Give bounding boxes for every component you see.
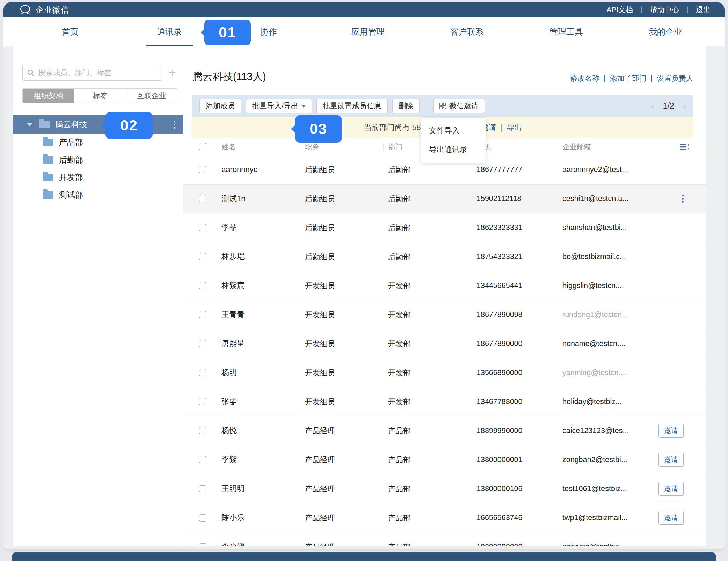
table-row[interactable]: 王明明 产品经理 产品部 13800000106 test1061@testbi… bbox=[183, 474, 706, 503]
tree-item[interactable]: 测试部 bbox=[13, 186, 183, 203]
table-row[interactable]: 李少卿 产品经理 产品部 18899990000 noname@testbiz.… bbox=[183, 532, 706, 546]
folder-icon bbox=[39, 121, 50, 128]
toolbar-button[interactable]: 批量设置成员信息 bbox=[316, 99, 388, 113]
dropdown-item[interactable]: 导出通讯录 bbox=[421, 140, 486, 159]
search-box[interactable] bbox=[22, 65, 162, 81]
row-checkbox[interactable] bbox=[199, 485, 206, 492]
column-header-name: 姓名 bbox=[221, 142, 305, 152]
nav-tab-label: 客户联系 bbox=[450, 26, 484, 37]
table-row[interactable]: 测试1n 后勤组员 后勤部 15902112118 ceshi1n@testcn… bbox=[183, 184, 706, 213]
table-row[interactable]: 杨悦 产品经理 产品部 18899990000 caice123123@tes.… bbox=[183, 416, 706, 445]
row-checkbox[interactable] bbox=[199, 340, 206, 347]
search-input[interactable] bbox=[38, 69, 158, 77]
table-row[interactable]: 唐熙呈 开发组员 开发部 18677890000 noname@testcn..… bbox=[183, 329, 706, 358]
cell-phone: 18677777777 bbox=[476, 165, 562, 174]
sidebar-tab[interactable]: 组织架构 bbox=[23, 89, 74, 103]
row-more-icon[interactable] bbox=[682, 198, 684, 200]
table-row[interactable]: 林紫宸 开发组员 开发部 13445665441 higgslin@testcn… bbox=[183, 271, 706, 300]
sidebar-divider bbox=[13, 110, 183, 110]
wecom-logo-icon bbox=[20, 4, 31, 15]
table-row[interactable]: 陈小乐 产品经理 产品部 16656563746 twp1@testbizmai… bbox=[183, 503, 706, 532]
nav-tab-label: 管理工具 bbox=[549, 26, 583, 37]
table-row[interactable]: 王青青 开发组员 开发部 18677890098 rundong1@testcn… bbox=[183, 300, 706, 329]
row-checkbox[interactable] bbox=[199, 456, 206, 463]
row-checkbox[interactable] bbox=[199, 195, 206, 202]
row-checkbox[interactable] bbox=[199, 224, 206, 231]
row-checkbox[interactable] bbox=[199, 427, 206, 434]
cell-action: 邀请 bbox=[658, 453, 693, 467]
tree-item-root[interactable]: 腾云科技 bbox=[13, 115, 183, 134]
member-table: aaronnnye 后勤组员 后勤部 18677777777 aaronnnye… bbox=[183, 155, 706, 546]
tree-item[interactable]: 后勤部 bbox=[13, 151, 183, 168]
cell-phone: 18754323321 bbox=[476, 252, 562, 261]
toolbar-button[interactable]: 添加成员 bbox=[199, 99, 241, 113]
topbar-link[interactable]: 退出 bbox=[687, 5, 711, 15]
row-checkbox[interactable] bbox=[199, 166, 206, 173]
row-checkbox[interactable] bbox=[199, 543, 206, 547]
cell-role: 产品经理 bbox=[305, 455, 388, 465]
cell-dept: 后勤部 bbox=[388, 252, 476, 262]
cell-role: 后勤组员 bbox=[305, 223, 388, 233]
select-all-checkbox[interactable] bbox=[199, 143, 206, 150]
table-row[interactable]: 张雯 开发组员 开发部 13467788000 holiday@testbiz.… bbox=[183, 387, 706, 416]
bottom-accent-bar bbox=[12, 552, 716, 561]
row-checkbox[interactable] bbox=[199, 514, 206, 522]
topbar-link[interactable]: 帮助中心 bbox=[641, 5, 687, 15]
add-department-button[interactable]: + bbox=[167, 66, 177, 79]
qr-code-icon bbox=[439, 103, 446, 109]
cell-name: 林步垲 bbox=[221, 251, 305, 262]
nav-tab[interactable]: 管理工具 bbox=[517, 17, 616, 46]
sidebar-tab[interactable]: 互联企业 bbox=[126, 89, 177, 103]
nav-tab[interactable]: 我的企业 bbox=[616, 17, 715, 46]
cell-phone: 13800000001 bbox=[476, 455, 562, 464]
sidebar-tab[interactable]: 标签 bbox=[74, 89, 125, 103]
title-action-link[interactable]: 修改名称 bbox=[570, 73, 599, 83]
sidebar: + 组织架构标签互联企业 腾云科技 bbox=[13, 46, 183, 546]
toolbar-button[interactable]: 微信邀请 bbox=[433, 99, 485, 113]
row-checkbox[interactable] bbox=[199, 253, 206, 260]
table-row[interactable]: 林步垲 后勤组员 后勤部 18754323321 bo@testbizmail.… bbox=[183, 242, 706, 271]
row-checkbox[interactable] bbox=[199, 311, 206, 318]
row-checkbox[interactable] bbox=[199, 369, 206, 376]
nav-tab[interactable]: 客户联系 bbox=[417, 17, 517, 46]
cell-role: 开发组员 bbox=[305, 281, 388, 291]
tree-children: 产品部 后勤部 开发部 测试部 bbox=[13, 134, 183, 203]
toolbar: 添加成员 批量导入/导出 批量设置成员信息 bbox=[192, 95, 693, 117]
page-indicator: 1/2 bbox=[663, 101, 674, 111]
prev-page-button[interactable]: ‹ bbox=[649, 100, 656, 112]
screenshot-frame: 企业微信 API文档帮助中心退出 首页 通讯录 协作 应用管理 客户联系 管理工… bbox=[0, 0, 728, 561]
cell-email: zongban2@testbi... bbox=[562, 455, 658, 464]
cell-name: 王青青 bbox=[221, 309, 305, 320]
tree-more-icon[interactable] bbox=[174, 124, 175, 125]
banner-link[interactable]: 导出 bbox=[496, 122, 522, 133]
cell-role: 开发组员 bbox=[305, 397, 388, 407]
toolbar-button[interactable]: 批量导入/导出 bbox=[246, 99, 312, 113]
table-row[interactable]: 李晶 后勤组员 后勤部 18623323331 shanshan@testbi.… bbox=[183, 213, 706, 242]
caret-down-icon[interactable] bbox=[27, 123, 33, 127]
cell-email: shanshan@testbi... bbox=[562, 223, 658, 232]
cell-email: caice123123@tes... bbox=[562, 426, 658, 435]
title-action-link[interactable]: 添加子部门 bbox=[599, 73, 646, 83]
cell-dept: 后勤部 bbox=[388, 223, 476, 233]
topbar-link[interactable]: API文档 bbox=[598, 5, 641, 15]
cell-dept: 开发部 bbox=[388, 339, 476, 349]
invite-button[interactable]: 邀请 bbox=[658, 482, 684, 496]
dropdown-item[interactable]: 文件导入 bbox=[421, 121, 486, 140]
folder-icon bbox=[43, 156, 53, 164]
column-settings-icon[interactable] bbox=[679, 143, 690, 151]
cell-name: 张雯 bbox=[221, 396, 305, 407]
invite-button[interactable]: 邀请 bbox=[658, 453, 684, 467]
tree-item[interactable]: 开发部 bbox=[13, 168, 183, 186]
tree-item[interactable]: 产品部 bbox=[13, 134, 183, 151]
invite-button[interactable]: 邀请 bbox=[658, 511, 684, 525]
invite-button[interactable]: 邀请 bbox=[658, 424, 684, 438]
next-page-button[interactable]: › bbox=[681, 100, 688, 112]
nav-tab[interactable]: 应用管理 bbox=[318, 17, 417, 46]
title-action-link[interactable]: 设置负责人 bbox=[647, 73, 693, 83]
row-checkbox[interactable] bbox=[199, 282, 206, 289]
table-row[interactable]: 李紫 产品经理 产品部 13800000001 zongban2@testbi.… bbox=[183, 445, 706, 474]
row-checkbox[interactable] bbox=[199, 398, 206, 405]
toolbar-button[interactable]: 删除 bbox=[392, 99, 420, 113]
nav-tab[interactable]: 首页 bbox=[21, 17, 120, 46]
table-row[interactable]: 杨明 开发组员 开发部 13566890000 yanming@testcn..… bbox=[183, 358, 706, 387]
